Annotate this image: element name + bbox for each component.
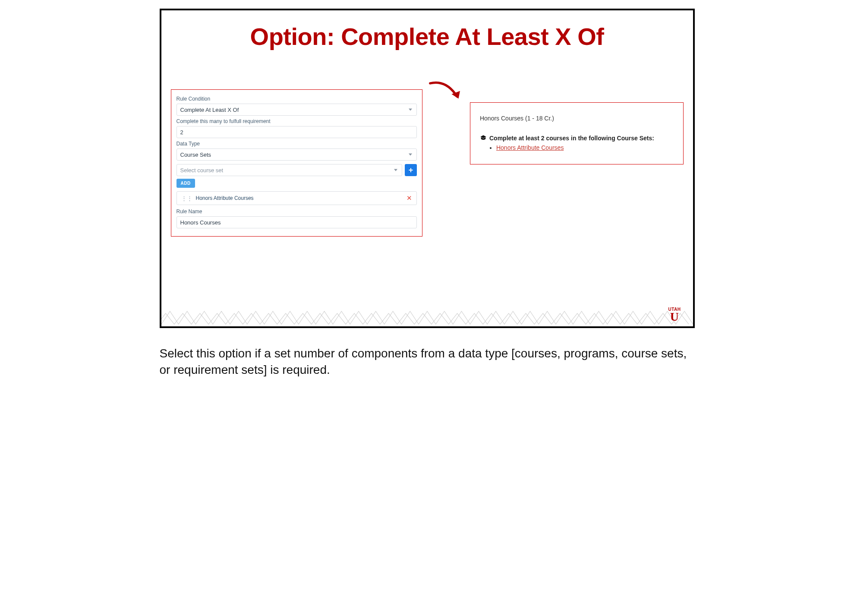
utah-logo-u: U [668,311,681,322]
preview-rule-row: Complete at least 2 courses in the follo… [480,135,674,142]
course-set-select[interactable]: Select course set [176,164,402,176]
complete-many-value: 2 [180,129,183,136]
course-set-item-text: Honors Attribute Courses [196,195,254,201]
arrow-icon [427,76,466,111]
preview-link[interactable]: Honors Attribute Courses [496,144,564,151]
preview-panel: Honors Courses (1 - 18 Cr.) Complete at … [470,102,684,164]
content-row: Rule Condition Complete At Least X Of Co… [161,89,693,237]
course-set-placeholder: Select course set [180,167,224,174]
course-set-row: Select course set + [176,164,417,176]
rule-condition-value: Complete At Least X Of [180,107,239,113]
rule-name-value: Honors Courses [180,219,221,226]
complete-many-input[interactable]: 2 [176,126,417,138]
preview-rule-text: Complete at least 2 courses in the follo… [489,135,654,142]
data-type-value: Course Sets [180,152,211,158]
drag-handle-icon[interactable]: ⋮⋮ [181,195,192,202]
add-button[interactable]: ADD [176,179,195,188]
utah-logo: UTAH U [668,307,681,322]
preview-heading: Honors Courses (1 - 18 Cr.) [480,115,674,122]
slide-title: Option: Complete At Least X Of [161,22,693,51]
complete-many-label: Complete this many to fulfull requiremen… [176,118,417,124]
course-set-list-item: ⋮⋮ Honors Attribute Courses ✕ [176,191,417,205]
slide-caption: Select this option if a set number of co… [160,345,695,378]
mountain-decoration [161,303,693,326]
preview-list: Honors Attribute Courses [496,144,674,151]
rule-condition-select[interactable]: Complete At Least X Of [176,104,417,116]
plus-button[interactable]: + [405,164,417,176]
graduation-cap-icon [480,135,487,142]
rule-name-input[interactable]: Honors Courses [176,216,417,228]
slide-frame: Option: Complete At Least X Of Rule Cond… [160,9,695,328]
data-type-select[interactable]: Course Sets [176,148,417,161]
data-type-label: Data Type [176,141,417,147]
rule-name-label: Rule Name [176,208,417,215]
rule-condition-label: Rule Condition [176,96,417,102]
remove-item-icon[interactable]: ✕ [407,194,412,202]
preview-list-item: Honors Attribute Courses [496,144,674,151]
rule-form-panel: Rule Condition Complete At Least X Of Co… [171,89,422,237]
